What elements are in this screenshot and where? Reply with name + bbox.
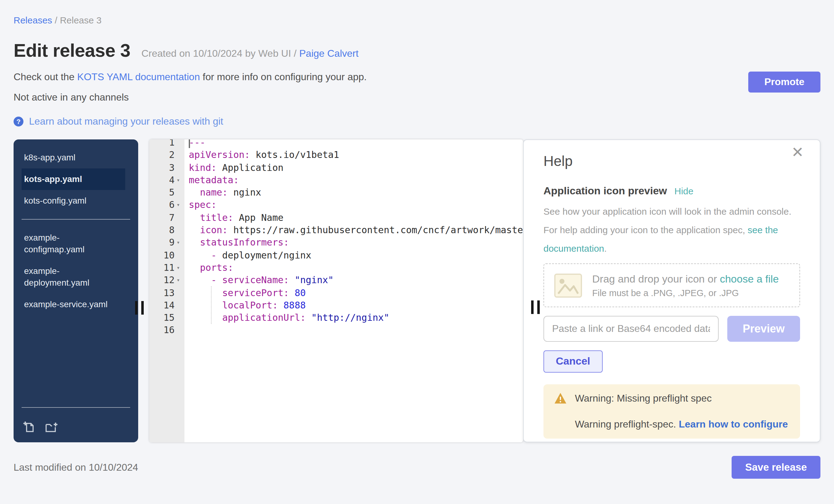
created-text: Created on 10/10/2024 by Web UI / bbox=[141, 48, 300, 59]
channel-status: Not active in any channels bbox=[14, 92, 820, 103]
fold-arrow-icon[interactable]: ▾ bbox=[175, 237, 182, 249]
gutter-line-number[interactable]: 3 bbox=[149, 161, 184, 174]
page-title: Edit release 3 bbox=[14, 40, 130, 61]
panel-resize-handle-left[interactable] bbox=[135, 301, 144, 314]
code-line[interactable]: kind: Application bbox=[189, 161, 523, 174]
git-help-row[interactable]: ? Learn about managing your releases wit… bbox=[14, 116, 820, 127]
help-panel-title: Help bbox=[544, 153, 800, 170]
code-line[interactable]: spec: bbox=[189, 199, 523, 212]
edit-release-page: Releases / Release 3 Edit release 3 Crea… bbox=[0, 0, 834, 504]
help-panel: ✕ Help Application icon preview Hide See… bbox=[523, 139, 820, 442]
code-line[interactable]: servicePort: 80 bbox=[189, 287, 523, 299]
warning-icon bbox=[554, 392, 567, 404]
preview-button[interactable]: Preview bbox=[727, 316, 800, 342]
code-line[interactable]: - deployment/nginx bbox=[189, 249, 523, 262]
code-line[interactable]: applicationUrl: "http://nginx" bbox=[189, 311, 523, 324]
doc-hint-suffix: for more info on configuring your app. bbox=[200, 71, 367, 82]
cancel-button[interactable]: Cancel bbox=[544, 350, 603, 373]
file-item[interactable]: example-service.yaml bbox=[22, 294, 125, 315]
close-icon[interactable]: ✕ bbox=[791, 145, 804, 160]
code-line[interactable]: statusInformers: bbox=[189, 237, 523, 249]
indent-guide bbox=[211, 286, 212, 324]
gutter-line-number[interactable]: 16 bbox=[149, 324, 184, 337]
icon-preview-section-title: Application icon preview bbox=[544, 185, 667, 197]
git-help-link[interactable]: Learn about managing your releases with … bbox=[29, 116, 223, 127]
preflight-warning-box: Warning: Missing preflight spec Warning … bbox=[544, 384, 800, 439]
code-line[interactable]: apiVersion: kots.io/v1beta1 bbox=[189, 149, 523, 162]
promote-button[interactable]: Promote bbox=[748, 71, 820, 92]
yaml-editor[interactable]: 1234▾56▾789▾1011▾12▾13141516 ---apiVersi… bbox=[149, 139, 523, 442]
release-workspace: k8s-app.yamlkots-app.yamlkots-config.yam… bbox=[14, 139, 820, 442]
save-release-button[interactable]: Save release bbox=[731, 456, 820, 479]
gutter-line-number[interactable]: 14 bbox=[149, 299, 184, 312]
dropzone-text: Drag and drop your icon or bbox=[592, 273, 720, 285]
doc-hint-prefix: Check out the bbox=[14, 71, 77, 82]
author-link[interactable]: Paige Calvert bbox=[299, 48, 358, 59]
code-line[interactable]: - serviceName: "nginx" bbox=[189, 274, 523, 287]
new-file-icon[interactable] bbox=[23, 421, 36, 434]
code-line[interactable]: metadata: bbox=[189, 174, 523, 187]
code-line[interactable] bbox=[189, 324, 523, 337]
code-line[interactable]: title: App Name bbox=[189, 212, 523, 224]
gutter-line-number[interactable]: 9▾ bbox=[149, 237, 184, 249]
icon-dropzone[interactable]: Drag and drop your icon or choose a file… bbox=[544, 263, 800, 307]
gutter-line-number[interactable]: 10 bbox=[149, 249, 184, 262]
created-info: Created on 10/10/2024 by Web UI / Paige … bbox=[141, 48, 359, 59]
code-line[interactable]: ports: bbox=[189, 262, 523, 274]
gutter-line-number[interactable]: 11▾ bbox=[149, 262, 184, 274]
warning-detail: Warning preflight-spec. bbox=[575, 419, 679, 429]
dropzone-file-types: File must be a .PNG, .JPEG, or .JPG bbox=[592, 288, 779, 298]
editor-code-area[interactable]: ---apiVersion: kots.io/v1beta1kind: Appl… bbox=[184, 139, 523, 442]
fold-arrow-icon[interactable]: ▾ bbox=[175, 174, 182, 187]
code-line[interactable]: name: nginx bbox=[189, 186, 523, 199]
breadcrumb-releases-link[interactable]: Releases bbox=[14, 15, 52, 25]
panel-resize-handle-right[interactable] bbox=[531, 301, 540, 314]
fold-arrow-icon[interactable]: ▾ bbox=[175, 199, 182, 212]
image-placeholder-icon bbox=[554, 273, 582, 298]
hide-link[interactable]: Hide bbox=[675, 186, 694, 196]
editor-gutter: 1234▾56▾789▾1011▾12▾13141516 bbox=[149, 139, 184, 442]
gutter-line-number[interactable]: 12▾ bbox=[149, 274, 184, 287]
code-line[interactable]: icon: https://raw.githubusercontent.com/… bbox=[189, 224, 523, 237]
file-item[interactable]: example-configmap.yaml bbox=[22, 227, 125, 260]
file-list-secondary: example-configmap.yamlexample-deployment… bbox=[22, 227, 130, 315]
gutter-line-number[interactable]: 13 bbox=[149, 287, 184, 299]
warning-title: Warning: Missing preflight spec bbox=[575, 393, 711, 404]
file-list-primary: k8s-app.yamlkots-app.yamlkots-config.yam… bbox=[22, 147, 130, 212]
gutter-line-number[interactable]: 6▾ bbox=[149, 199, 184, 212]
gutter-line-number[interactable]: 4▾ bbox=[149, 174, 184, 187]
code-line[interactable]: localPort: 8888 bbox=[189, 299, 523, 312]
new-folder-icon[interactable] bbox=[44, 421, 59, 434]
gutter-line-number[interactable]: 7 bbox=[149, 212, 184, 224]
learn-configure-link[interactable]: Learn how to configure bbox=[679, 419, 788, 429]
file-item[interactable]: kots-config.yaml bbox=[22, 190, 125, 212]
fold-arrow-icon[interactable]: ▾ bbox=[175, 262, 182, 274]
gutter-line-number[interactable]: 2 bbox=[149, 149, 184, 162]
file-item[interactable]: example-deployment.yaml bbox=[22, 260, 125, 294]
breadcrumb: Releases / Release 3 bbox=[14, 15, 820, 25]
code-line[interactable]: --- bbox=[189, 139, 523, 149]
breadcrumb-current: Release 3 bbox=[60, 15, 102, 25]
sidebar-footer bbox=[14, 415, 138, 442]
icon-preview-description: See how your application icon will look … bbox=[544, 202, 800, 258]
last-modified-text: Last modified on 10/10/2024 bbox=[14, 462, 138, 473]
icon-url-input[interactable] bbox=[544, 316, 719, 342]
kots-yaml-doc-link[interactable]: KOTS YAML documentation bbox=[77, 71, 200, 82]
breadcrumb-separator: / bbox=[52, 15, 60, 25]
footer-bar: Last modified on 10/10/2024 Save release bbox=[14, 456, 820, 479]
file-item[interactable]: k8s-app.yaml bbox=[22, 147, 125, 169]
gutter-line-number[interactable]: 8 bbox=[149, 224, 184, 237]
sidebar-footer-divider bbox=[22, 407, 130, 408]
file-sidebar: k8s-app.yamlkots-app.yamlkots-config.yam… bbox=[14, 139, 138, 442]
gutter-line-number[interactable]: 1 bbox=[149, 139, 184, 149]
description-period: . bbox=[604, 243, 607, 254]
question-icon: ? bbox=[14, 116, 23, 127]
fold-arrow-icon[interactable]: ▾ bbox=[175, 274, 182, 287]
doc-hint: Check out the KOTS YAML documentation fo… bbox=[14, 71, 820, 83]
gutter-line-number[interactable]: 5 bbox=[149, 186, 184, 199]
gutter-line-number[interactable]: 15 bbox=[149, 311, 184, 324]
file-item[interactable]: kots-app.yaml bbox=[22, 169, 125, 190]
sidebar-divider bbox=[22, 219, 130, 220]
choose-file-link[interactable]: choose a file bbox=[720, 273, 779, 285]
